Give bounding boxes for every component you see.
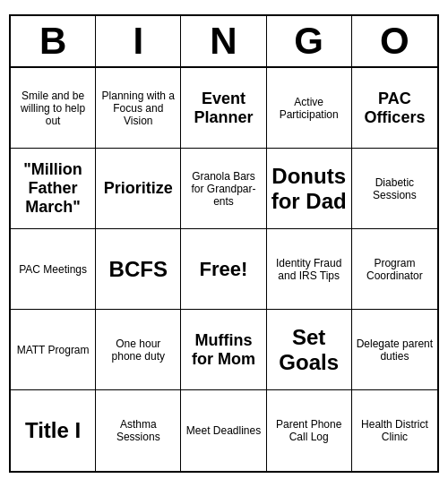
bingo-cell-9: Diabetic Sessions — [352, 149, 437, 229]
bingo-cell-5: "Million Father March" — [11, 149, 96, 229]
bingo-cell-20: Title I — [11, 390, 96, 471]
bingo-letter-b: B — [11, 16, 96, 66]
bingo-cell-2: Event Planner — [181, 68, 266, 149]
bingo-cell-19: Delegate parent duties — [352, 310, 437, 390]
bingo-cell-16: One hour phone duty — [96, 310, 181, 390]
bingo-cell-12: Free! — [181, 229, 266, 310]
bingo-cell-10: PAC Meetings — [11, 229, 96, 310]
bingo-cell-8: Donuts for Dad — [267, 149, 352, 229]
bingo-cell-13: Identity Fraud and IRS Tips — [267, 229, 352, 310]
bingo-cell-24: Health District Clinic — [352, 390, 437, 471]
bingo-cell-23: Parent Phone Call Log — [267, 390, 352, 471]
bingo-cell-11: BCFS — [96, 229, 181, 310]
bingo-cell-18: Set Goals — [267, 310, 352, 390]
bingo-cell-15: MATT Program — [11, 310, 96, 390]
bingo-grid: Smile and be willing to help outPlanning… — [11, 68, 437, 471]
bingo-cell-14: Program Coordinator — [352, 229, 437, 310]
bingo-letter-o: O — [352, 16, 437, 66]
bingo-letter-i: I — [96, 16, 181, 66]
bingo-card: BINGO Smile and be willing to help outPl… — [9, 14, 439, 473]
bingo-cell-3: Active Participation — [267, 68, 352, 149]
bingo-cell-6: Prioritize — [96, 149, 181, 229]
bingo-cell-22: Meet Deadlines — [181, 390, 266, 471]
bingo-cell-7: Granola Bars for Grandpar-ents — [181, 149, 266, 229]
bingo-cell-17: Muffins for Mom — [181, 310, 266, 390]
bingo-header: BINGO — [11, 16, 437, 68]
bingo-cell-4: PAC Officers — [352, 68, 437, 149]
bingo-letter-g: G — [267, 16, 352, 66]
bingo-letter-n: N — [181, 16, 266, 66]
bingo-cell-1: Planning with a Focus and Vision — [96, 68, 181, 149]
bingo-cell-0: Smile and be willing to help out — [11, 68, 96, 149]
bingo-cell-21: Asthma Sessions — [96, 390, 181, 471]
